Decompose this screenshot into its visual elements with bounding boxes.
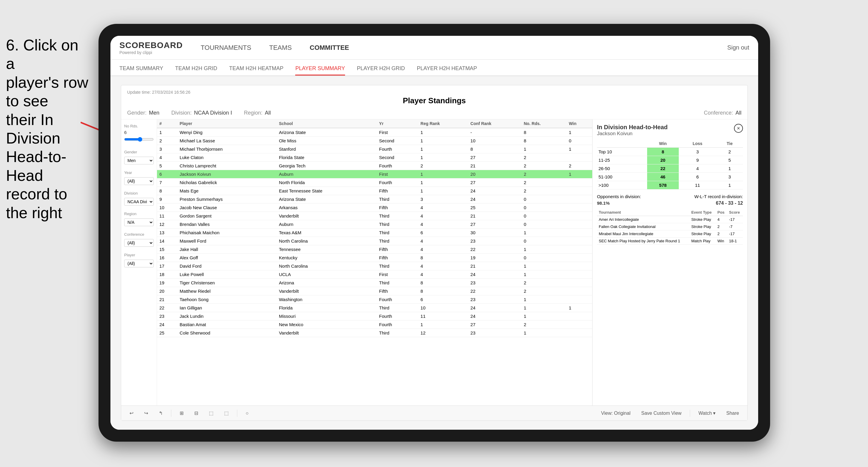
cell-reg-rank: 6 bbox=[418, 295, 468, 304]
toolbar-divider2 bbox=[237, 410, 237, 417]
cell-no-rds: 1 bbox=[522, 312, 566, 320]
tourney-name: Mirabel Maui Jim Intercollegiate bbox=[597, 230, 689, 238]
cell-school: Kentucky bbox=[276, 254, 377, 262]
table-row[interactable]: 7 Nicholas Gabrelick North Florida Fourt… bbox=[157, 179, 592, 187]
tab-team-h2h-heatmap[interactable]: TEAM H2H HEATMAP bbox=[229, 65, 284, 75]
tab-player-h2h-heatmap[interactable]: PLAYER H2H HEATMAP bbox=[417, 65, 477, 75]
table-row[interactable]: 17 David Ford North Carolina Third 4 21 … bbox=[157, 262, 592, 270]
tab-player-summary[interactable]: PLAYER SUMMARY bbox=[295, 65, 345, 75]
region-select[interactable]: N/A bbox=[124, 218, 154, 226]
cell-no-rds: 0 bbox=[522, 220, 566, 228]
cell-yr: Fourth bbox=[377, 162, 418, 170]
table-row[interactable]: 21 Taehoon Song Washington Fourth 6 23 1 bbox=[157, 295, 592, 304]
cell-reg-rank: 1 bbox=[418, 128, 468, 137]
toolbar-back[interactable]: ↰ bbox=[156, 409, 165, 417]
table-row[interactable]: 4 Luke Claton Florida State Second 1 27 … bbox=[157, 153, 592, 162]
table-row[interactable]: 8 Mats Ege East Tennessee State Fifth 1 … bbox=[157, 187, 592, 195]
toolbar-circle[interactable]: ○ bbox=[243, 410, 251, 417]
division-select[interactable]: NCAA Division I bbox=[124, 198, 154, 206]
table-row[interactable]: 13 Phichaisak Maichon Texas A&M Third 6 … bbox=[157, 228, 592, 237]
cell-reg-rank: 4 bbox=[418, 220, 468, 228]
sign-out-button[interactable]: Sign out bbox=[727, 44, 749, 51]
share-btn[interactable]: Share bbox=[724, 410, 741, 417]
instruction-line2: player's row to see bbox=[6, 74, 88, 110]
table-row[interactable]: 19 Tiger Christensen Arizona Third 8 23 … bbox=[157, 279, 592, 287]
conference-select[interactable]: (All) bbox=[124, 239, 154, 247]
table-row[interactable]: 10 Jacob New Clause Arkansas Fifth 4 25 … bbox=[157, 204, 592, 212]
nav-teams[interactable]: TEAMS bbox=[269, 42, 292, 53]
h2h-col-tie: Tie bbox=[716, 139, 743, 148]
toolbar-redo[interactable]: ↪ bbox=[142, 409, 150, 417]
toolbar-copy[interactable]: ⊞ bbox=[177, 409, 186, 417]
cell-yr: Third bbox=[377, 329, 418, 337]
cell-player: Taehoon Song bbox=[177, 295, 277, 304]
cell-win bbox=[566, 195, 592, 204]
close-h2h-button[interactable]: × bbox=[734, 124, 743, 133]
cell-conf-rank: 8 bbox=[468, 145, 522, 153]
cell-num: 21 bbox=[157, 295, 177, 304]
cell-no-rds: 0 bbox=[522, 212, 566, 220]
h2h-loss-val: 6 bbox=[679, 173, 717, 181]
main-content: Update time: 27/03/2024 16:56:26 Player … bbox=[111, 76, 758, 430]
table-row[interactable]: 24 Bastian Amat New Mexico Fourth 1 27 2 bbox=[157, 320, 592, 329]
h2h-loss-val: 3 bbox=[679, 148, 717, 156]
watch-btn[interactable]: Watch ▾ bbox=[696, 409, 718, 417]
col-win: Win bbox=[566, 119, 592, 128]
table-row[interactable]: 22 Ian Gilligan Florida Third 10 24 1 1 bbox=[157, 304, 592, 312]
tab-player-h2h-grid[interactable]: PLAYER H2H GRID bbox=[357, 65, 405, 75]
table-row[interactable]: 14 Maxwell Ford North Carolina Third 4 2… bbox=[157, 237, 592, 245]
dashboard-header: Update time: 27/03/2024 16:56:26 Player … bbox=[121, 85, 747, 119]
cell-win bbox=[566, 220, 592, 228]
table-row[interactable]: 9 Preston Summerhays Arizona State Third… bbox=[157, 195, 592, 204]
toolbar-undo[interactable]: ↩ bbox=[127, 409, 136, 417]
tab-team-h2h-grid[interactable]: TEAM H2H GRID bbox=[175, 65, 217, 75]
no-rds-slider[interactable] bbox=[124, 136, 154, 143]
table-row[interactable]: 2 Michael La Sasse Ole Miss Second 1 10 … bbox=[157, 137, 592, 145]
table-row[interactable]: 25 Cole Sherwood Vanderbilt Third 12 23 … bbox=[157, 329, 592, 337]
h2h-win-val: 22 bbox=[647, 164, 678, 173]
update-time: Update time: 27/03/2024 16:56:26 bbox=[127, 90, 741, 95]
table-row[interactable]: 18 Luke Powell UCLA First 4 24 1 bbox=[157, 270, 592, 279]
table-row[interactable]: 3 Michael Thorbjornsen Stanford Fourth 1… bbox=[157, 145, 592, 153]
toolbar-format[interactable]: ⬚ bbox=[207, 409, 216, 417]
toolbar-chart[interactable]: ⬚ bbox=[222, 409, 231, 417]
view-original-btn[interactable]: View: Original bbox=[599, 410, 633, 417]
cell-conf-rank: 27 bbox=[468, 320, 522, 329]
cell-school: UCLA bbox=[276, 270, 377, 279]
table-row[interactable]: 12 Brendan Valles Auburn Third 4 27 0 bbox=[157, 220, 592, 228]
nav-committee[interactable]: COMMITTEE bbox=[310, 42, 349, 53]
toolbar-paste[interactable]: ⊟ bbox=[192, 409, 200, 417]
cell-reg-rank: 8 bbox=[418, 254, 468, 262]
table-row[interactable]: 23 Jack Lundin Missouri Fourth 11 24 1 bbox=[157, 312, 592, 320]
toolbar-divider3 bbox=[690, 410, 690, 417]
cell-win bbox=[566, 312, 592, 320]
h2h-stats-table: Win Loss Tie Top 10 8 3 2 11-25 20 9 5 2… bbox=[597, 139, 743, 189]
cell-player: Alex Goff bbox=[177, 254, 277, 262]
cell-yr: Fifth bbox=[377, 245, 418, 254]
cell-num: 13 bbox=[157, 228, 177, 237]
table-row[interactable]: 15 Jake Hall Tennessee Fifth 4 22 1 bbox=[157, 245, 592, 254]
table-row[interactable]: 6 Jackson Koivun Auburn First 1 20 2 1 bbox=[157, 170, 592, 179]
cell-school: Arizona bbox=[276, 279, 377, 287]
cell-num: 19 bbox=[157, 279, 177, 287]
table-row[interactable]: 5 Christo Lamprecht Georgia Tech Fourth … bbox=[157, 162, 592, 170]
gender-select[interactable]: Men bbox=[124, 157, 154, 164]
cell-win: 2 bbox=[566, 162, 592, 170]
cell-win: 1 bbox=[566, 128, 592, 137]
year-select[interactable]: (All) bbox=[124, 177, 154, 185]
save-custom-btn[interactable]: Save Custom View bbox=[639, 410, 684, 417]
player-select[interactable]: (All) bbox=[124, 259, 154, 268]
division-filter-value: NCAA Division I bbox=[194, 110, 232, 116]
table-row[interactable]: 20 Matthew Riedel Vanderbilt Fifth 8 22 … bbox=[157, 287, 592, 295]
table-row[interactable]: 16 Alex Goff Kentucky Fifth 8 19 0 bbox=[157, 254, 592, 262]
cell-player: Tiger Christensen bbox=[177, 279, 277, 287]
nav-tournaments[interactable]: TOURNAMENTS bbox=[200, 42, 251, 53]
cell-school: Auburn bbox=[276, 170, 377, 179]
tourney-type: Stroke Play bbox=[689, 216, 716, 223]
logo-name: SCOREBOARD bbox=[119, 40, 183, 50]
table-row[interactable]: 1 Wenyi Ding Arizona State First 1 - 8 1 bbox=[157, 128, 592, 137]
tab-team-summary[interactable]: TEAM SUMMARY bbox=[119, 65, 163, 75]
bottom-toolbar: ↩ ↪ ↰ ⊞ ⊟ ⬚ ⬚ ○ View: Original Save Cust… bbox=[121, 406, 747, 421]
table-row[interactable]: 11 Gordon Sargent Vanderbilt Third 4 21 … bbox=[157, 212, 592, 220]
cell-yr: Fifth bbox=[377, 287, 418, 295]
